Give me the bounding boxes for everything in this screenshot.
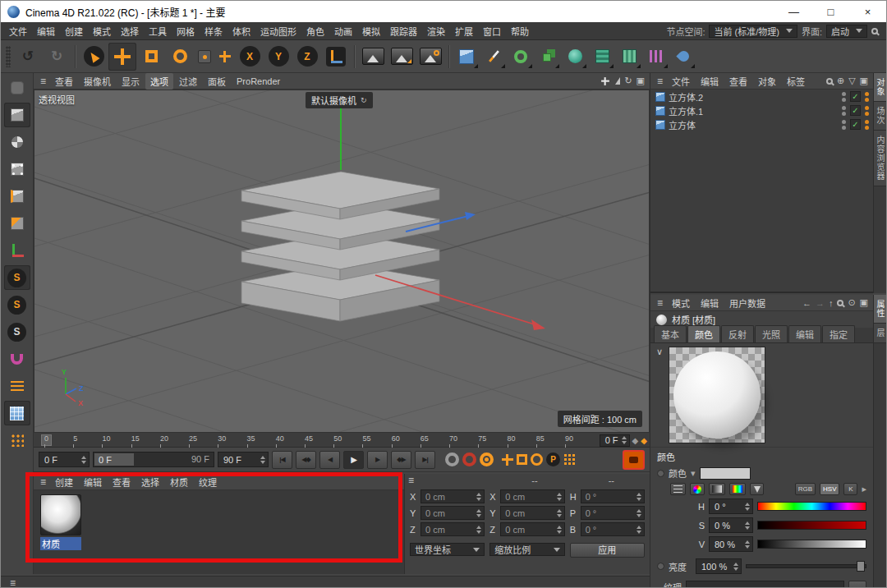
coordinate-system-button[interactable] [322, 43, 350, 71]
hue-field[interactable]: 0 ° [709, 498, 753, 514]
filter-icon[interactable]: ▽ [848, 76, 855, 86]
chevron-down-icon[interactable]: ▾ [691, 468, 696, 479]
texture-mode-button[interactable] [4, 130, 30, 154]
vp-menu-filter[interactable]: 过滤 [174, 73, 202, 90]
point-mode-button[interactable] [4, 157, 30, 181]
keyframe-selection-icon[interactable] [445, 452, 459, 466]
menu-volume[interactable]: 体积 [227, 22, 255, 40]
z-axis-lock-button[interactable]: Z [293, 43, 321, 71]
position-y-field[interactable]: 0 cm [421, 506, 485, 520]
up-icon[interactable]: ↑ [829, 298, 834, 308]
hair-button[interactable] [643, 44, 669, 70]
grid-snap-button[interactable] [4, 428, 30, 452]
viewport[interactable]: Y Z X 透视视图 默认摄像机 ↻ 网格间距 : 100 cm [34, 90, 650, 433]
next-frame-button[interactable]: ▶ [367, 451, 388, 469]
record-position-icon[interactable] [502, 454, 513, 466]
interface-select[interactable]: 启动 [826, 25, 867, 38]
render-picture-viewer-button[interactable] [388, 43, 416, 71]
visibility-dots-icon[interactable] [842, 120, 846, 130]
scale-tool-button[interactable] [137, 43, 165, 71]
enable-axis-button[interactable] [4, 238, 30, 263]
color-wheel-button[interactable] [690, 483, 705, 495]
attr-menu-mode[interactable]: 模式 [667, 295, 695, 311]
y-axis-lock-button[interactable]: Y [264, 43, 292, 71]
current-frame-field[interactable]: 0 F [600, 434, 630, 447]
simulate-button[interactable] [670, 44, 696, 70]
record-scale-icon[interactable] [517, 454, 527, 465]
attr-menu-edit[interactable]: 编辑 [696, 295, 724, 311]
search-icon[interactable] [826, 78, 833, 85]
material-list[interactable]: 材质 [34, 490, 404, 574]
om-menu-edit[interactable]: 编辑 [696, 73, 724, 90]
polygon-mode-button[interactable] [4, 211, 30, 236]
visibility-dots-icon[interactable] [842, 106, 846, 116]
material-name[interactable]: 材质 [40, 537, 81, 550]
record-button[interactable] [462, 452, 476, 466]
rotate-tool-button[interactable] [166, 43, 194, 71]
phong-tag-icon[interactable] [865, 92, 869, 102]
palette-grip[interactable] [6, 46, 11, 67]
mat-menu-edit[interactable]: 编辑 [79, 474, 107, 490]
hamburger-icon[interactable]: ≡ [37, 76, 49, 87]
snap-settings-button[interactable]: S [4, 292, 30, 317]
menu-mesh[interactable]: 网格 [172, 22, 200, 40]
menu-tools[interactable]: 工具 [144, 22, 172, 40]
menu-tracker[interactable]: 跟踪器 [385, 22, 422, 40]
hamburger-icon[interactable]: ≡ [654, 297, 666, 309]
coordinate-system-select[interactable]: 世界坐标 [410, 543, 485, 556]
mat-menu-select[interactable]: 选择 [136, 474, 164, 490]
color-swatch[interactable] [700, 467, 751, 480]
x-axis-lock-button[interactable]: X [236, 43, 264, 71]
menu-edit[interactable]: 编辑 [32, 22, 60, 40]
gradient-mode-button[interactable] [709, 483, 725, 495]
history-forward-icon[interactable]: → [816, 298, 825, 308]
animation-dot-icon[interactable] [657, 563, 664, 570]
mat-menu-material[interactable]: 材质 [165, 474, 193, 490]
live-selection-button[interactable] [80, 43, 108, 71]
scale-mode-select[interactable]: 缩放比例 [489, 543, 564, 556]
panel-icon[interactable]: ▣ [860, 297, 868, 308]
goto-end-button[interactable]: ▶| [415, 451, 435, 469]
spectrum-mode-button[interactable] [729, 483, 746, 495]
size-z-field[interactable]: 0 cm [500, 522, 564, 536]
tweak-tool-button[interactable] [215, 43, 235, 71]
vp-menu-options[interactable]: 选项 [145, 73, 173, 90]
vp-menu-display[interactable]: 显示 [117, 73, 145, 90]
goto-start-button[interactable]: |◀ [272, 451, 292, 469]
size-x-field[interactable]: 0 cm [500, 489, 564, 503]
auto-snap-button[interactable]: S [4, 319, 30, 344]
size-y-field[interactable]: 0 cm [500, 506, 564, 520]
close-button[interactable]: × [849, 1, 886, 22]
tab-illumination[interactable]: 光照 [755, 325, 788, 342]
phong-tag-icon[interactable] [865, 120, 869, 130]
vp-menu-prorender[interactable]: ProRender [232, 75, 285, 88]
last-tool-button[interactable] [195, 43, 214, 71]
vp-menu-panel[interactable]: 面板 [203, 73, 231, 90]
render-settings-button[interactable] [416, 43, 444, 71]
redo-button[interactable]: ↻ [43, 43, 71, 71]
tab-basic[interactable]: 基本 [654, 325, 687, 342]
zoom-view-icon[interactable] [615, 77, 620, 85]
view-label[interactable]: 透视视图 [39, 93, 75, 106]
target-icon[interactable]: ⊕ [837, 76, 844, 86]
object-row[interactable]: 立方体 ✓ [650, 117, 873, 131]
focus-icon[interactable]: ⊙ [848, 297, 855, 308]
tab-editor[interactable]: 编辑 [788, 325, 821, 342]
record-pla-icon[interactable] [563, 453, 576, 466]
node-space-select[interactable]: 当前 (标准/物理) [709, 25, 797, 38]
dock-tab-layers[interactable]: 层 [874, 324, 887, 343]
search-icon[interactable] [837, 300, 843, 306]
key-marker-icon[interactable]: ◆ [632, 436, 639, 445]
frame-range-slider[interactable]: 0 F 90 F [93, 452, 214, 467]
tab-assign[interactable]: 指定 [822, 325, 855, 342]
om-menu-tags[interactable]: 标签 [782, 73, 810, 90]
mat-menu-view[interactable]: 查看 [108, 474, 136, 490]
visibility-dots-icon[interactable] [842, 92, 846, 102]
collapse-icon[interactable]: ∨ [656, 347, 663, 357]
om-menu-objects[interactable]: 对象 [753, 73, 781, 90]
enable-check-icon[interactable]: ✓ [850, 119, 861, 130]
enable-check-icon[interactable]: ✓ [850, 91, 861, 102]
enable-snap-button[interactable]: S [4, 265, 30, 290]
mat-menu-create[interactable]: 创建 [50, 474, 78, 490]
spline-pen-button[interactable] [480, 44, 507, 70]
